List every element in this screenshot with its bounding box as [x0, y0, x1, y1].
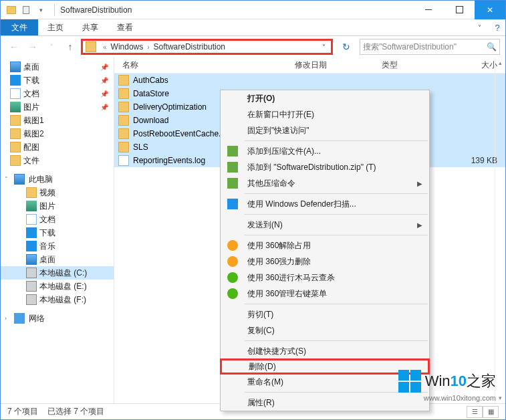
sidebar-label: 下载: [39, 227, 55, 239]
sidebar-item[interactable]: 截图2: [1, 127, 114, 140]
pic-icon: [10, 102, 21, 112]
sidebar-this-pc[interactable]: ˅ 此电脑: [1, 173, 114, 186]
ctx-add-archive[interactable]: 添加到压缩文件(A)...: [221, 143, 429, 159]
network-icon: [14, 313, 25, 324]
360-icon: [227, 288, 238, 299]
ctx-360-menu-manage[interactable]: 使用 360管理右键菜单: [221, 286, 429, 302]
forward-button[interactable]: →: [25, 39, 41, 55]
dropdown-icon[interactable]: ▾: [35, 5, 46, 15]
sidebar-item[interactable]: 视频: [1, 186, 114, 199]
folder-icon: [10, 115, 21, 126]
address-dropdown-icon[interactable]: ˅: [320, 43, 328, 51]
folder-icon: [118, 128, 129, 139]
sidebar-item[interactable]: 图片: [1, 199, 114, 213]
scroll-up-icon[interactable]: ▴: [495, 58, 505, 68]
ribbon-share-tab[interactable]: 共享: [73, 19, 108, 35]
sidebar-network[interactable]: › 网络: [1, 312, 114, 325]
ctx-copy[interactable]: 复制(C): [221, 322, 429, 338]
sidebar-label: 此电脑: [29, 174, 53, 185]
column-date[interactable]: 修改日期: [287, 60, 374, 71]
refresh-button[interactable]: ↻: [338, 39, 354, 55]
sidebar-item[interactable]: 图片📌: [1, 100, 114, 114]
sidebar-item[interactable]: 下载: [1, 226, 114, 239]
sidebar-label: 桌面: [39, 254, 55, 266]
disk-icon: [26, 294, 37, 305]
folder-icon: [10, 142, 21, 152]
icons-view-button[interactable]: ▦: [483, 406, 499, 418]
sidebar-item[interactable]: 本地磁盘 (C:): [1, 266, 114, 280]
navigation-sidebar: 桌面📌下载📌文档📌图片📌截图1截图2配图文件 ˅ 此电脑 视频图片文档下载音乐桌…: [1, 58, 114, 403]
ribbon-view-tab[interactable]: 查看: [108, 19, 142, 35]
search-input[interactable]: 搜索"SoftwareDistribution" 🔍: [360, 39, 500, 55]
watermark-url: www.win10xitong.com: [398, 394, 496, 402]
ctx-open[interactable]: 打开(O): [221, 90, 429, 106]
ctx-360-unlock[interactable]: 使用 360解除占用: [221, 237, 429, 253]
sidebar-label: 下载: [23, 75, 39, 86]
vertical-scrollbar[interactable]: ▴ ▾: [495, 58, 505, 403]
monitor-icon: [26, 254, 37, 265]
maximize-button[interactable]: [444, 1, 475, 19]
help-icon[interactable]: ?: [489, 19, 505, 35]
back-button[interactable]: ←: [6, 39, 22, 55]
ribbon-expand-icon[interactable]: ˅: [469, 19, 489, 35]
up-button[interactable]: ↑: [62, 39, 78, 55]
sidebar-item[interactable]: 下载📌: [1, 74, 114, 87]
sidebar-item[interactable]: 本地磁盘 (F:): [1, 293, 114, 306]
sidebar-label: 文件: [23, 155, 39, 167]
window-title: SoftwareDistribution: [59, 5, 132, 15]
expand-icon[interactable]: ›: [5, 315, 7, 322]
ctx-cut[interactable]: 剪切(T): [221, 306, 429, 322]
folder-icon: [10, 155, 21, 166]
chevron-right-icon[interactable]: ›: [144, 43, 152, 51]
pin-icon: 📌: [100, 90, 108, 98]
ctx-other-compress[interactable]: 其他压缩命令▶: [221, 175, 429, 191]
sidebar-label: 音乐: [39, 241, 55, 252]
sidebar-item[interactable]: 文档📌: [1, 87, 114, 100]
ctx-360-trojan-scan[interactable]: 使用 360进行木马云查杀: [221, 270, 429, 286]
chevron-right-icon[interactable]: «: [100, 43, 110, 51]
scroll-down-icon[interactable]: ▾: [495, 393, 505, 403]
sidebar-item[interactable]: 文档: [1, 213, 114, 226]
ribbon-file-tab[interactable]: 文件: [1, 19, 38, 35]
ctx-send-to[interactable]: 发送到(N)▶: [221, 217, 429, 233]
details-view-button[interactable]: ☰: [467, 406, 483, 418]
360-icon: [227, 272, 238, 283]
pc-icon: [14, 174, 25, 185]
folder-icon: [118, 88, 129, 99]
column-headers: 名称 修改日期 类型 大小: [114, 58, 505, 74]
sidebar-item[interactable]: 文件: [1, 154, 114, 167]
file-row[interactable]: AuthCabs: [114, 74, 505, 87]
breadcrumb-seg[interactable]: SoftwareDistribution: [152, 42, 227, 51]
pin-icon[interactable]: [21, 5, 31, 15]
ctx-add-zip[interactable]: 添加到 "SoftwareDistribution.zip" (T): [221, 159, 429, 175]
sidebar-item[interactable]: 音乐: [1, 239, 114, 253]
sidebar-item[interactable]: 桌面📌: [1, 60, 114, 74]
watermark-title: Win10之家: [425, 371, 496, 391]
ctx-defender-scan[interactable]: 使用 Windows Defender扫描...: [221, 196, 429, 212]
folder-icon: [118, 142, 129, 152]
ctx-360-force-delete[interactable]: 使用 360强力删除: [221, 253, 429, 270]
expand-icon[interactable]: ˅: [5, 176, 8, 183]
close-button[interactable]: [475, 1, 505, 19]
address-bar[interactable]: « Windows › SoftwareDistribution ˅: [81, 39, 333, 55]
recent-dropdown-icon[interactable]: ˅: [43, 39, 59, 55]
blue-icon: [26, 227, 37, 238]
ctx-pin-quick-access[interactable]: 固定到"快速访问": [221, 122, 429, 138]
folder-icon: [6, 5, 17, 15]
pin-icon: 📌: [100, 64, 108, 71]
breadcrumb-seg[interactable]: Windows: [110, 42, 145, 51]
sidebar-label: 图片: [23, 102, 39, 113]
sidebar-item[interactable]: 本地磁盘 (E:): [1, 280, 114, 293]
minimize-button[interactable]: [413, 1, 444, 19]
ctx-create-shortcut[interactable]: 创建快捷方式(S): [221, 343, 429, 359]
column-name[interactable]: 名称: [114, 60, 287, 71]
folder-icon: [118, 102, 129, 112]
ctx-open-new-window[interactable]: 在新窗口中打开(E): [221, 106, 429, 122]
folder-icon: [86, 41, 96, 52]
sidebar-item[interactable]: 桌面: [1, 253, 114, 266]
search-icon[interactable]: 🔍: [487, 42, 497, 51]
ribbon-home-tab[interactable]: 主页: [38, 19, 73, 35]
sidebar-item[interactable]: 配图: [1, 140, 114, 154]
column-type[interactable]: 类型: [374, 60, 447, 71]
sidebar-item[interactable]: 截图1: [1, 114, 114, 127]
